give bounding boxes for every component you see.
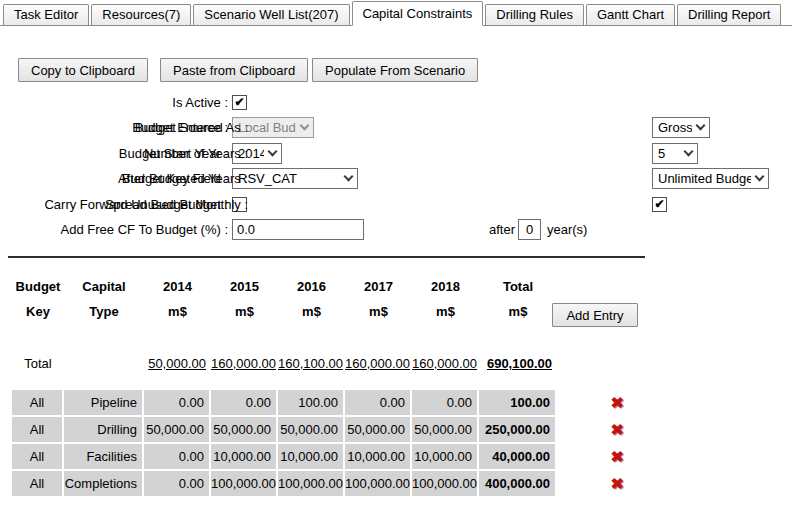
row-total-cell: 250,000.00 [479, 417, 557, 442]
paste-from-clipboard-button[interactable]: Paste from Clipboard [160, 58, 308, 82]
after-budgeted-years-label: After Budgeted Years : [0, 168, 248, 189]
year-value-cell: 0.00 [144, 444, 211, 469]
after-years-input[interactable] [518, 219, 541, 240]
is-active-checkbox[interactable]: ✔ [232, 95, 247, 110]
total-row: Total50,000.00160,000.00160,100.00160,00… [12, 353, 663, 374]
tab-task-editor[interactable]: Task Editor [3, 4, 89, 25]
year-value-cell: 10,000.00 [345, 444, 412, 469]
chevron-down-icon [344, 172, 354, 182]
number-of-years-label: Number of Years : [0, 143, 248, 164]
column-header: 2018m$ [412, 274, 479, 324]
column-header: BudgetKey [12, 274, 64, 324]
delete-row-icon[interactable]: ✖ [610, 390, 624, 415]
budget-key-cell: All [12, 417, 64, 442]
column-header: 2017m$ [345, 274, 412, 324]
spacer-cell [557, 417, 571, 442]
budget-key-cell: All [12, 390, 64, 415]
column-header: 2014m$ [144, 274, 211, 324]
after-budgeted-years-value: Unlimited Budget [658, 171, 751, 186]
budget-row-facilities: AllFacilities0.0010,000.0010,000.0010,00… [12, 444, 663, 469]
chevron-down-icon [755, 172, 765, 182]
total-year-value: 50,000.00 [144, 353, 211, 374]
column-header: 2016m$ [278, 274, 345, 324]
spacer-cell [557, 471, 571, 496]
after-label: after [489, 219, 515, 240]
year-value-cell: 100,000.00 [412, 471, 479, 496]
total-year-value: 160,000.00 [345, 353, 412, 374]
capital-type-cell: Facilities [64, 444, 144, 469]
total-year-value: 160,000.00 [412, 353, 479, 374]
tab-resources-7[interactable]: Resources(7) [91, 4, 191, 25]
budget-key-field-value: RSV_CAT [238, 171, 340, 186]
populate-from-scenario-button[interactable]: Populate From Scenario [312, 58, 478, 82]
chevron-down-icon [300, 121, 310, 131]
year-value-cell: 10,000.00 [412, 444, 479, 469]
year-value-cell: 100.00 [278, 390, 345, 415]
year-value-cell: 0.00 [211, 390, 278, 415]
year-value-cell: 0.00 [345, 390, 412, 415]
capital-type-cell: Completions [64, 471, 144, 496]
add-entry-button[interactable]: Add Entry [552, 303, 638, 327]
total-year-value: 160,100.00 [278, 353, 345, 374]
total-row-label: Total [12, 353, 64, 374]
years-label: year(s) [547, 219, 587, 240]
delete-cell: ✖ [571, 417, 663, 442]
tab-drilling-rules[interactable]: Drilling Rules [485, 4, 584, 25]
copy-to-clipboard-button[interactable]: Copy to Clipboard [18, 58, 148, 82]
chevron-down-icon [696, 121, 706, 131]
budget-rows-container: AllPipeline0.000.00100.000.000.00100.00✖… [12, 390, 663, 498]
year-value-cell: 0.00 [144, 390, 211, 415]
spread-monthly-label: Spread Budget Monthly : [0, 194, 248, 215]
budget-row-completions: AllCompletions0.00100,000.00100,000.0010… [12, 471, 663, 496]
delete-cell: ✖ [571, 471, 663, 496]
empty-cell [64, 353, 144, 374]
tab-capital-constraints[interactable]: Capital Constraints [352, 1, 484, 26]
capital-type-cell: Pipeline [64, 390, 144, 415]
total-year-value: 160,000.00 [211, 353, 278, 374]
row-total-cell: 400,000.00 [479, 471, 557, 496]
column-header: 2015m$ [211, 274, 278, 324]
row-total-cell: 40,000.00 [479, 444, 557, 469]
year-value-cell: 50,000.00 [345, 417, 412, 442]
budget-entered-as-value: Gross [658, 120, 692, 135]
delete-cell: ✖ [571, 390, 663, 415]
tab-drilling-report[interactable]: Drilling Report [677, 4, 781, 25]
year-value-cell: 0.00 [144, 471, 211, 496]
after-budgeted-years-select[interactable]: Unlimited Budget [652, 168, 769, 189]
spacer-cell [557, 444, 571, 469]
spacer-cell [557, 390, 571, 415]
number-of-years-value: 5 [658, 146, 680, 161]
add-free-cf-label: Add Free CF To Budget (%) : [0, 219, 228, 240]
year-value-cell: 10,000.00 [278, 444, 345, 469]
section-separator [8, 256, 645, 258]
budget-entered-as-label: Budget Entered As : [0, 117, 248, 138]
year-value-cell: 50,000.00 [412, 417, 479, 442]
number-of-years-select[interactable]: 5 [652, 143, 698, 164]
tab-scenario-well-list-207[interactable]: Scenario Well List(207) [193, 4, 349, 25]
budget-entered-as-select[interactable]: Gross [652, 117, 710, 138]
delete-row-icon[interactable]: ✖ [610, 417, 624, 442]
budget-key-cell: All [12, 444, 64, 469]
year-value-cell: 100,000.00 [211, 471, 278, 496]
year-value-cell: 50,000.00 [278, 417, 345, 442]
capital-type-cell: Drilling [64, 417, 144, 442]
tab-bar: Task EditorResources(7)Scenario Well Lis… [0, 0, 792, 26]
budget-key-cell: All [12, 471, 64, 496]
spread-monthly-checkbox[interactable]: ✔ [652, 197, 667, 212]
budget-row-drilling: AllDrilling50,000.0050,000.0050,000.0050… [12, 417, 663, 442]
year-value-cell: 100,000.00 [345, 471, 412, 496]
delete-row-icon[interactable]: ✖ [610, 471, 624, 496]
budget-row-pipeline: AllPipeline0.000.00100.000.000.00100.00✖ [12, 390, 663, 415]
budget-key-field-select[interactable]: RSV_CAT [232, 168, 358, 189]
tab-gantt-chart[interactable]: Gantt Chart [586, 4, 675, 25]
add-free-cf-input[interactable] [232, 219, 364, 240]
delete-row-icon[interactable]: ✖ [610, 444, 624, 469]
delete-cell: ✖ [571, 444, 663, 469]
year-value-cell: 100,000.00 [278, 471, 345, 496]
grand-total-value: 690,100.00 [479, 353, 557, 374]
column-header: CapitalType [64, 274, 144, 324]
year-value-cell: 50,000.00 [211, 417, 278, 442]
column-header: Totalm$ [479, 274, 557, 324]
chevron-down-icon [684, 147, 694, 157]
row-total-cell: 100.00 [479, 390, 557, 415]
